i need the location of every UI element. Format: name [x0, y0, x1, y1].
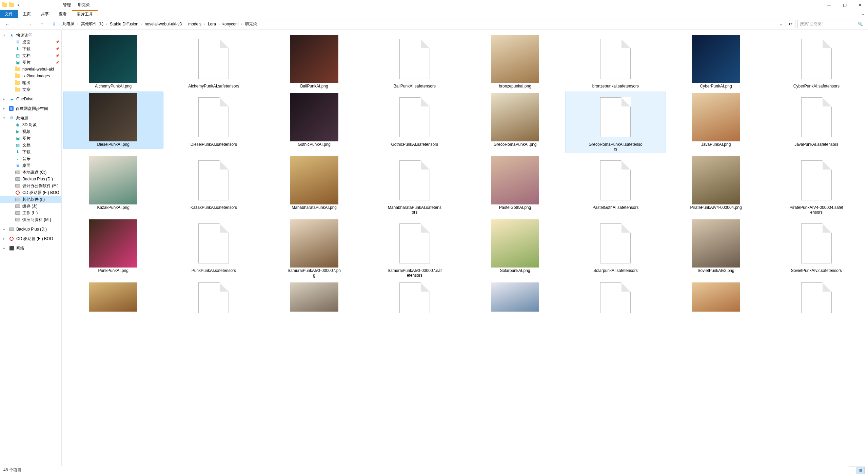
file-item[interactable]: JavaPunkAI.safetensors	[766, 92, 867, 149]
file-item[interactable]: SolarpunkAI.safetensors	[565, 218, 666, 275]
view-large-button[interactable]: ▦	[856, 467, 865, 474]
recent-dropdown-icon[interactable]: ⌄	[26, 19, 35, 29]
crumb-2[interactable]: Stable Diffusion	[108, 22, 140, 26]
file-item[interactable]: BaliPunkAI.png	[264, 33, 364, 90]
search-input[interactable]: 搜索"朋克类" 🔍	[797, 20, 865, 28]
file-item[interactable]: SamuraiPunkAIv3-000007.png	[264, 218, 364, 279]
sidebar-item[interactable]: ▸☁OneDrive	[0, 96, 61, 102]
file-item[interactable]: SolarpunkAI.png	[465, 218, 565, 275]
pc-icon[interactable]: 🖥	[51, 22, 57, 26]
sidebar-item[interactable]: ▤文档	[0, 142, 61, 149]
sidebar-item[interactable]: ▾★快速访问	[0, 32, 61, 39]
sidebar-item[interactable]: ▸Backup Plus (D:)	[0, 226, 61, 233]
sidebar-item[interactable]: ▣图片	[0, 135, 61, 142]
sidebar-item[interactable]: ▣图片📌	[0, 59, 61, 66]
chevron-right-icon[interactable]: ›	[218, 22, 220, 26]
file-item[interactable]: GrecoRomaPunkAI.safetensors	[565, 92, 666, 153]
tab-file[interactable]: 文件	[0, 10, 18, 18]
file-item[interactable]	[163, 281, 264, 313]
file-item[interactable]: CyberPunkAI.safetensors	[766, 33, 867, 90]
chevron-right-icon[interactable]: ›	[240, 22, 243, 26]
file-item[interactable]: SamuraiPunkAIv3-000007.safetensors	[364, 218, 465, 279]
sidebar-item[interactable]: 缓存 (J:)	[0, 203, 61, 210]
sidebar-item[interactable]: CD 驱动器 (F:) BOO	[0, 189, 61, 196]
close-button[interactable]: ✕	[852, 0, 868, 10]
sidebar-item[interactable]: ⬇下载📌	[0, 45, 61, 52]
chevron-right-icon[interactable]: ›	[203, 22, 206, 26]
back-button[interactable]: ←	[3, 19, 12, 29]
crumb-4[interactable]: models	[187, 22, 203, 26]
sidebar-item[interactable]: 设计办公例软件 (E:)	[0, 182, 61, 189]
minimize-button[interactable]: —	[821, 0, 837, 10]
file-item[interactable]: BaliPunkAI.safetensors	[364, 33, 465, 90]
qat-dropdown-icon[interactable]: ▾	[16, 2, 21, 8]
sidebar-item[interactable]: 🖥桌面	[0, 162, 61, 169]
sidebar-item[interactable]: 其他软件 (I:)	[0, 196, 61, 203]
sidebar-item[interactable]: Backup Plus (D:)	[0, 176, 61, 182]
sidebar-item[interactable]: 🖥桌面📌	[0, 39, 61, 45]
file-item[interactable]: PastelGothAI.png	[465, 155, 565, 212]
file-item[interactable]: DieselPunkAI.png	[63, 92, 163, 149]
file-item[interactable]: AlchemyPunkAI.safetensors	[163, 33, 264, 90]
sidebar-item[interactable]: 工作 (L:)	[0, 210, 61, 216]
file-item[interactable]: GrecoRomaPunkAI.png	[465, 92, 565, 149]
sidebar-item[interactable]: ▸度百度网盘同步空间	[0, 105, 61, 112]
chevron-right-icon[interactable]: ›	[140, 22, 143, 26]
file-item[interactable]: CyberPunkAI.png	[666, 33, 766, 90]
crumb-7[interactable]: 朋克类	[243, 21, 258, 27]
file-item[interactable]: MahabharataPunkAI.png	[264, 155, 364, 212]
crumb-3[interactable]: novelai-webui-aki-v3	[143, 22, 183, 26]
navigation-pane[interactable]: ▾★快速访问🖥桌面📌⬇下载📌▤文档📌▣图片📌novelai-webui-akit…	[0, 30, 62, 466]
file-item[interactable]	[766, 281, 867, 313]
sidebar-item[interactable]: ▸CD 驱动器 (F:) BOO	[0, 235, 61, 242]
sidebar-item[interactable]: 供应商资料 (M:)	[0, 216, 61, 223]
file-view[interactable]: AlchemyPunkAI.pngAlchemyPunkAI.safetenso…	[62, 30, 868, 466]
sidebar-item[interactable]: 文章	[0, 86, 61, 93]
crumb-0[interactable]: 此电脑	[61, 21, 76, 27]
breadcrumb[interactable]: 🖥 › 此电脑 › 其他软件 (I:) › Stable Diffusion ›…	[49, 20, 786, 28]
crumb-1[interactable]: 其他软件 (I:)	[80, 21, 105, 27]
file-item[interactable]: PiratePunkAIV4-000004.safetensors	[766, 155, 867, 216]
sidebar-item[interactable]: ▶视频	[0, 128, 61, 135]
file-item[interactable]: GothicPunkAI.safetensors	[364, 92, 465, 149]
file-item[interactable]	[63, 281, 163, 313]
sidebar-item[interactable]: ▸⬛网络	[0, 245, 61, 252]
file-item[interactable]: bronzepunkai.png	[465, 33, 565, 90]
search-icon[interactable]: 🔍	[858, 22, 863, 26]
sidebar-item[interactable]: novelai-webui-aki	[0, 66, 61, 73]
file-item[interactable]: AlchemyPunkAI.png	[63, 33, 163, 90]
sidebar-item[interactable]: 本地磁盘 (C:)	[0, 169, 61, 176]
sidebar-item[interactable]: ▾🖥此电脑	[0, 115, 61, 121]
maximize-button[interactable]: ▢	[837, 0, 852, 10]
file-item[interactable]: PiratePunkAIV4-000004.png	[666, 155, 766, 212]
crumb-5[interactable]: Lora	[206, 22, 217, 26]
file-item[interactable]	[264, 281, 364, 313]
breadcrumb-dropdown-icon[interactable]: ⌄	[777, 22, 784, 26]
file-item[interactable]: KazakPunkAI.png	[63, 155, 163, 212]
file-item[interactable]: PunkPunkAI.png	[63, 218, 163, 275]
up-button[interactable]: ↑	[37, 19, 47, 29]
tab-home[interactable]: 主页	[18, 10, 36, 18]
file-item[interactable]: MahabharataPunkAI.safetensors	[364, 155, 465, 216]
crumb-6[interactable]: konyconi	[221, 22, 240, 26]
file-item[interactable]: GothicPunkAI.png	[264, 92, 364, 149]
tab-view[interactable]: 查看	[54, 10, 72, 18]
sidebar-item[interactable]: ⬇下载	[0, 149, 61, 155]
chevron-right-icon[interactable]: ›	[184, 22, 186, 26]
chevron-right-icon[interactable]: ›	[58, 22, 60, 26]
sidebar-item[interactable]: ▤文档📌	[0, 52, 61, 59]
file-item[interactable]: SovietPunkAIv2.png	[666, 218, 766, 275]
file-item[interactable]: DieselPunkAI.safetensors	[163, 92, 264, 149]
file-item[interactable]	[364, 281, 465, 313]
ribbon-expand-icon[interactable]: ⌄	[858, 10, 868, 18]
file-item[interactable]: JavaPunkAI.png	[666, 92, 766, 149]
refresh-button[interactable]: ⟳	[786, 20, 795, 28]
folder-icon[interactable]	[9, 2, 14, 8]
file-item[interactable]: bronzepunkai.safetensors	[565, 33, 666, 90]
file-item[interactable]: PunkPunkAI.safetensors	[163, 218, 264, 275]
sidebar-item[interactable]: txt2img-images	[0, 73, 61, 79]
file-item[interactable]: PastelGothAI.safetensors	[565, 155, 666, 212]
sidebar-item[interactable]: ♪音乐	[0, 155, 61, 162]
file-item[interactable]: KazakPunkAI.safetensors	[163, 155, 264, 212]
forward-button[interactable]: →	[14, 19, 24, 29]
